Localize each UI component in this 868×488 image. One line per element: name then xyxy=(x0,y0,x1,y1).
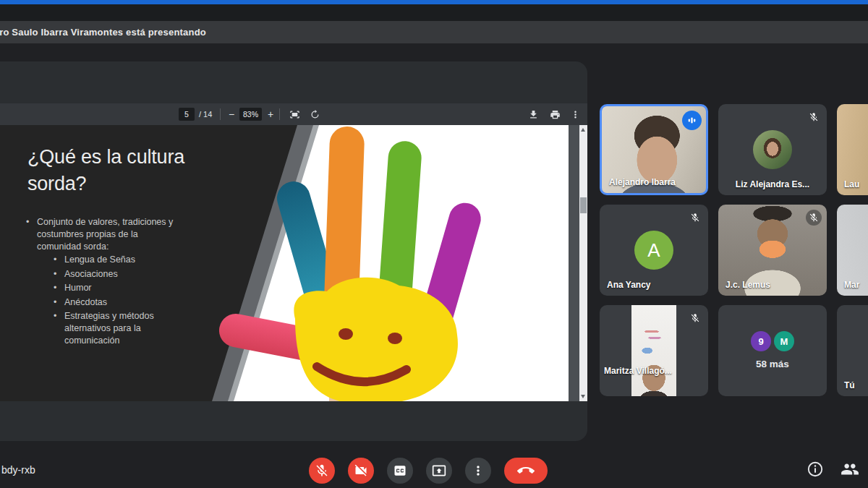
participant-tile-others[interactable]: 9 M 58 más xyxy=(718,305,827,396)
more-vert-icon[interactable] xyxy=(570,109,581,120)
info-icon[interactable] xyxy=(806,460,825,479)
slide-main-bullet-text: Conjunto de valores, tradiciones y costu… xyxy=(37,216,184,253)
mic-off-icon xyxy=(687,310,703,326)
participant-name: Maritza Villagó... xyxy=(604,366,672,376)
slide-sub-bullet: •Estrategias y métodos alternativos para… xyxy=(54,310,169,347)
slide-sub-bullet-list: •Lengua de Señas •Asociaciones •Humor •A… xyxy=(54,254,169,349)
slide-page: ¿Qué es la cultura sorda? • Conjunto de … xyxy=(0,125,569,401)
participant-name: Lau xyxy=(844,179,859,189)
window-chrome-strip xyxy=(0,4,868,21)
mic-off-icon xyxy=(687,210,703,226)
slide-sub-bullet: •Lengua de Señas xyxy=(54,254,169,266)
zoom-in-button[interactable]: + xyxy=(268,103,273,125)
others-count-label: 58 más xyxy=(718,359,827,369)
participant-tile-ana[interactable]: A Ana Yancy xyxy=(600,205,708,296)
slide-sub-bullet: •Humor xyxy=(54,282,169,294)
pdf-scrollbar[interactable] xyxy=(579,125,587,401)
slide-sub-bullet: •Anécdotas xyxy=(54,296,169,309)
google-meet-window: dro Saulo Ibarra Viramontes está present… xyxy=(0,0,868,488)
bullet-dot: • xyxy=(54,310,64,347)
zoom-level-box[interactable]: 83% xyxy=(239,103,262,125)
scrollbar-down-arrow[interactable] xyxy=(581,395,585,398)
participant-tile-liz[interactable]: Liz Alejandra Es... xyxy=(718,104,827,195)
pdf-page-input[interactable]: 5 xyxy=(179,103,195,125)
scrollbar-thumb[interactable] xyxy=(580,197,587,213)
print-icon[interactable] xyxy=(550,109,561,120)
meeting-info-controls xyxy=(806,460,859,479)
captions-button[interactable] xyxy=(387,458,413,484)
present-button[interactable] xyxy=(426,458,452,484)
bullet-dot: • xyxy=(54,268,64,281)
meeting-code: bdy-rxb xyxy=(1,464,35,476)
bullet-dot: • xyxy=(54,296,64,309)
participant-name: Ana Yancy xyxy=(607,280,650,290)
zoom-out-button[interactable]: − xyxy=(229,103,234,125)
camera-off-button[interactable] xyxy=(348,458,374,484)
avatar: M xyxy=(774,331,794,351)
participant-name: Tú xyxy=(844,380,855,390)
rotate-icon[interactable] xyxy=(310,109,320,120)
participant-tile-lemus[interactable]: J.c. Lemus xyxy=(718,205,827,296)
participant-name: Mar xyxy=(844,280,859,290)
avatar xyxy=(753,130,792,169)
participant-name: Liz Alejandra Es... xyxy=(718,179,827,189)
mic-off-icon xyxy=(806,109,822,125)
bullet-dot: • xyxy=(54,282,64,294)
people-icon[interactable] xyxy=(841,460,859,479)
hang-up-button[interactable] xyxy=(504,458,548,484)
slide-title: ¿Qué es la cultura sorda? xyxy=(27,144,223,197)
pdf-page-total: / 14 xyxy=(199,103,212,125)
participant-tile-alejandro[interactable]: Alejandro Ibarra xyxy=(600,104,708,195)
participant-tile-self[interactable]: Tú xyxy=(837,305,868,396)
screen-share-region: 5 / 14 − 83% + xyxy=(0,61,587,441)
presenting-banner: dro Saulo Ibarra Viramontes está present… xyxy=(0,21,868,43)
download-icon[interactable] xyxy=(528,109,539,120)
pdf-content-area: ¿Qué es la cultura sorda? • Conjunto de … xyxy=(0,125,587,401)
participant-tile-mar[interactable]: Mar xyxy=(837,205,868,296)
pdf-background-strip xyxy=(569,125,579,401)
participant-tile-maritza[interactable]: Maritza Villagó... xyxy=(600,305,708,396)
participant-name: J.c. Lemus xyxy=(726,280,770,290)
audio-level-icon xyxy=(682,111,702,130)
slide-main-bullet: • Conjunto de valores, tradiciones y cos… xyxy=(26,216,184,253)
toolbar-divider xyxy=(279,108,280,120)
pdf-toolbar: 5 / 14 − 83% + xyxy=(0,103,587,125)
mic-off-icon xyxy=(806,210,822,226)
stacked-avatars: 9 M xyxy=(718,331,827,351)
mic-off-button[interactable] xyxy=(309,458,335,484)
fit-page-icon[interactable] xyxy=(289,109,300,120)
slide-sub-bullet: •Asociaciones xyxy=(54,268,169,281)
bottom-control-bar: bdy-rxb xyxy=(0,454,868,488)
avatar: 9 xyxy=(751,331,771,351)
bullet-dot: • xyxy=(26,216,37,253)
scrollbar-up-arrow[interactable] xyxy=(581,128,585,132)
more-options-button[interactable] xyxy=(465,458,491,484)
portrait-video-strip xyxy=(631,305,676,396)
bullet-dot: • xyxy=(54,254,64,266)
call-controls xyxy=(309,458,548,484)
painted-hand-image xyxy=(217,125,506,401)
avatar: A xyxy=(634,231,673,270)
toolbar-divider xyxy=(220,108,221,120)
participant-tile-lau[interactable]: Lau xyxy=(837,104,868,195)
participant-name: Alejandro Ibarra xyxy=(609,177,676,187)
presenting-banner-text: dro Saulo Ibarra Viramontes está present… xyxy=(0,27,206,38)
